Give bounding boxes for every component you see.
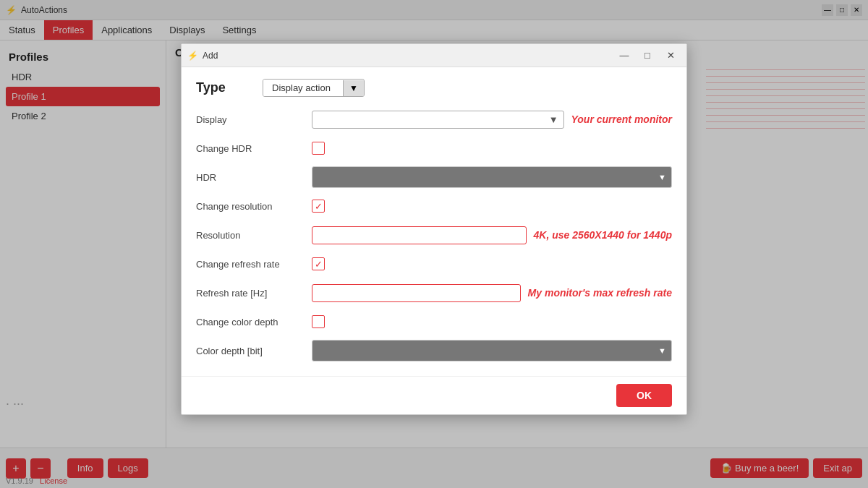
modal-footer: OK (182, 376, 686, 414)
refresh-annotation: My monitor's max refresh rate (528, 287, 672, 299)
modal-icon: ⚡ (187, 51, 198, 61)
color-depth-select[interactable] (312, 340, 672, 361)
change-hdr-row: Change HDR (196, 137, 672, 159)
modal-overlay: ⚡ Add — □ ✕ Type Display action ▼ Displa (0, 0, 868, 488)
change-refresh-row: Change refresh rate ✓ (196, 253, 672, 275)
hdr-select[interactable] (312, 166, 672, 188)
change-refresh-control: ✓ (312, 257, 672, 270)
resolution-label: Resolution (196, 230, 312, 241)
hdr-label: HDR (196, 172, 312, 183)
checkmark-icon: ✓ (315, 201, 323, 212)
change-resolution-checkbox[interactable]: ✓ (312, 200, 325, 213)
refresh-rate-input[interactable]: 165 (312, 284, 521, 302)
hdr-select-wrapper: ▼ (312, 166, 672, 188)
color-depth-select-wrapper: ▼ (312, 340, 672, 361)
display-row: Display \\.\DISPLAY1 ▼ Your current moni… (196, 108, 672, 130)
resolution-row: Resolution 3840X2160 4K, use 2560X1440 f… (196, 224, 672, 246)
hdr-row: HDR ▼ (196, 166, 672, 188)
type-label: Type (196, 80, 254, 95)
change-refresh-checkbox[interactable]: ✓ (312, 257, 325, 270)
change-hdr-control (312, 142, 672, 155)
change-hdr-label: Change HDR (196, 143, 312, 154)
change-refresh-label: Change refresh rate (196, 259, 312, 270)
change-color-label: Change color depth (196, 317, 312, 328)
add-dialog: ⚡ Add — □ ✕ Type Display action ▼ Displa (181, 43, 687, 415)
change-resolution-control: ✓ (312, 200, 672, 213)
color-depth-label: Color depth [bit] (196, 346, 312, 356)
resolution-input[interactable]: 3840X2160 (312, 226, 527, 244)
display-select-wrapper: \\.\DISPLAY1 ▼ (312, 111, 564, 129)
type-dropdown-value: Display action (263, 80, 343, 96)
change-color-row: Change color depth (196, 311, 672, 333)
display-control: \\.\DISPLAY1 ▼ Your current monitor (312, 111, 672, 129)
modal-titlebar: ⚡ Add — □ ✕ (182, 44, 686, 67)
refresh-rate-label: Refresh rate [Hz] (196, 288, 312, 299)
type-dropdown[interactable]: Display action ▼ (263, 79, 365, 97)
modal-controls: — □ ✕ (614, 48, 681, 64)
modal-body: Type Display action ▼ Display \\.\DISPLA… (182, 67, 686, 376)
change-resolution-row: Change resolution ✓ (196, 195, 672, 217)
modal-title: Add (203, 51, 218, 61)
modal-minimize-button[interactable]: — (614, 48, 634, 64)
display-label: Display (196, 114, 312, 125)
modal-maximize-button[interactable]: □ (637, 48, 658, 64)
checkmark-refresh-icon: ✓ (315, 259, 323, 270)
change-resolution-label: Change resolution (196, 201, 312, 212)
color-depth-row: Color depth [bit] ▼ (196, 340, 672, 361)
display-annotation: Your current monitor (571, 114, 673, 125)
hdr-control: ▼ (312, 166, 672, 188)
type-dropdown-arrow[interactable]: ▼ (343, 80, 364, 96)
display-input[interactable]: \\.\DISPLAY1 (312, 111, 564, 129)
resolution-control: 3840X2160 4K, use 2560X1440 for 1440p (312, 226, 672, 244)
refresh-rate-row: Refresh rate [Hz] 165 My monitor's max r… (196, 282, 672, 304)
refresh-rate-control: 165 My monitor's max refresh rate (312, 284, 672, 302)
type-row: Type Display action ▼ (196, 79, 672, 97)
modal-titlebar-left: ⚡ Add (187, 51, 218, 61)
color-depth-control: ▼ (312, 340, 672, 361)
change-color-checkbox[interactable] (312, 315, 325, 328)
change-color-control (312, 315, 672, 328)
modal-close-button[interactable]: ✕ (660, 48, 681, 64)
resolution-annotation: 4K, use 2560X1440 for 1440p (534, 229, 672, 241)
ok-button[interactable]: OK (616, 384, 672, 407)
change-hdr-checkbox[interactable] (312, 142, 325, 155)
